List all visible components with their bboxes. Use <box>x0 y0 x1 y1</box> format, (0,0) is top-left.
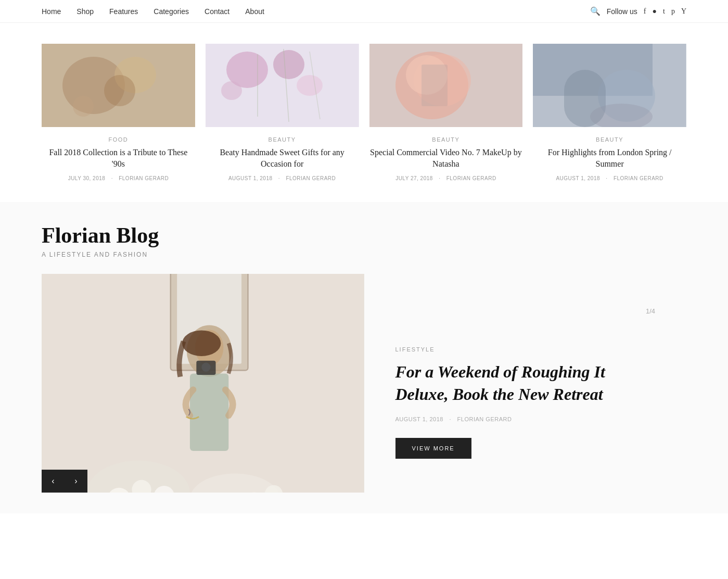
post-author: FLORIAN GERARD <box>119 175 169 181</box>
search-icon[interactable]: 🔍 <box>590 6 601 16</box>
featured-content: ‹ › 1/4 LIFESTYLE For a Weekend of Rough… <box>42 274 686 493</box>
nav-shop[interactable]: Shop <box>76 7 94 16</box>
post-image <box>369 44 523 127</box>
post-category: FOOD <box>42 136 195 143</box>
nav-about[interactable]: About <box>245 7 264 16</box>
nav-categories[interactable]: Categories <box>154 7 189 16</box>
post-author: FLORIAN GERARD <box>446 175 496 181</box>
facebook-icon[interactable]: f <box>644 7 646 16</box>
post-author: FLORIAN GERARD <box>286 175 336 181</box>
post-card: BEAUTY For Highlights from London Spring… <box>533 44 686 181</box>
post-separator: · <box>278 175 280 181</box>
slide-counter: 1/4 <box>395 307 656 315</box>
nav-links: Home Shop Features Categories Contact Ab… <box>42 7 264 16</box>
post-meta: JULY 27, 2018 · FLORIAN GERARD <box>369 175 523 181</box>
svg-point-9 <box>221 81 242 100</box>
svg-point-3 <box>104 75 135 106</box>
svg-point-35 <box>201 362 210 371</box>
post-card: FOOD Fall 2018 Collection is a Tribute t… <box>42 44 195 181</box>
featured-author: FLORIAN GERARD <box>457 416 512 422</box>
post-title: Beaty Handmade Sweet Gifts for any Occas… <box>206 147 359 170</box>
blog-subtitle: A LIFESTYLE AND FASHION <box>42 251 686 258</box>
nav-contact[interactable]: Contact <box>205 7 229 16</box>
post-date: JULY 30, 2018 <box>68 175 106 181</box>
featured-info: 1/4 LIFESTYLE For a Weekend of Roughing … <box>364 286 687 480</box>
featured-image <box>42 274 364 493</box>
pinterest-icon[interactable]: p <box>671 7 675 16</box>
post-meta: AUGUST 1, 2018 · FLORIAN GERARD <box>533 175 686 181</box>
twitter-icon[interactable]: t <box>663 7 665 16</box>
featured-section: Florian Blog A LIFESTYLE AND FASHION <box>0 202 728 513</box>
next-button[interactable]: › <box>65 470 87 493</box>
post-title: Special Commercial Video No. 7 MakeUp by… <box>369 147 523 170</box>
post-separator: · <box>111 175 113 181</box>
post-category: BEAUTY <box>533 136 686 143</box>
post-meta: AUGUST 1, 2018 · FLORIAN GERARD <box>206 175 359 181</box>
post-image <box>42 44 195 127</box>
slider-controls: ‹ › <box>42 470 87 493</box>
post-date: AUGUST 1, 2018 <box>556 175 600 181</box>
post-author: FLORIAN GERARD <box>614 175 663 181</box>
post-category: BEAUTY <box>206 136 359 143</box>
featured-image-wrapper: ‹ › <box>42 274 364 493</box>
view-more-button[interactable]: VIEW MORE <box>395 438 471 459</box>
meta-dot: · <box>449 416 451 422</box>
blog-title: Florian Blog <box>42 223 686 248</box>
svg-point-4 <box>73 96 94 117</box>
svg-point-36 <box>182 330 221 356</box>
featured-title: For a Weekend of Roughing It Deluxe, Boo… <box>395 361 656 406</box>
post-category: BEAUTY <box>369 136 523 143</box>
post-title: Fall 2018 Collection is a Tribute to The… <box>42 147 195 170</box>
featured-meta: AUGUST 1, 2018 · FLORIAN GERARD <box>395 416 656 422</box>
prev-button[interactable]: ‹ <box>42 470 65 493</box>
svg-point-7 <box>273 50 304 79</box>
nav-features[interactable]: Features <box>109 7 138 16</box>
top-posts-section: FOOD Fall 2018 Collection is a Tribute t… <box>0 23 728 202</box>
post-date: AUGUST 1, 2018 <box>228 175 273 181</box>
youtube-icon[interactable]: Y <box>681 7 686 16</box>
post-image <box>206 44 359 127</box>
featured-header: Florian Blog A LIFESTYLE AND FASHION <box>42 223 686 258</box>
post-meta: JULY 30, 2018 · FLORIAN GERARD <box>42 175 195 181</box>
post-card: BEAUTY Special Commercial Video No. 7 Ma… <box>369 44 523 181</box>
post-card: BEAUTY Beaty Handmade Sweet Gifts for an… <box>206 44 359 181</box>
instagram-icon[interactable]: ● <box>653 7 657 16</box>
svg-rect-17 <box>422 65 448 106</box>
post-title: For Highlights from London Spring / Summ… <box>533 147 686 170</box>
post-date: JULY 27, 2018 <box>395 175 433 181</box>
follow-us-label: Follow us <box>607 7 637 16</box>
post-image <box>533 44 686 127</box>
nav-right: 🔍 Follow us f ● t p Y <box>590 6 686 16</box>
nav-home[interactable]: Home <box>42 7 61 16</box>
post-separator: · <box>606 175 607 181</box>
main-nav: Home Shop Features Categories Contact Ab… <box>0 0 728 23</box>
featured-date: AUGUST 1, 2018 <box>395 416 443 422</box>
featured-category-label: LIFESTYLE <box>395 346 656 353</box>
svg-rect-32 <box>190 373 228 451</box>
svg-point-8 <box>297 75 323 96</box>
post-separator: · <box>439 175 440 181</box>
